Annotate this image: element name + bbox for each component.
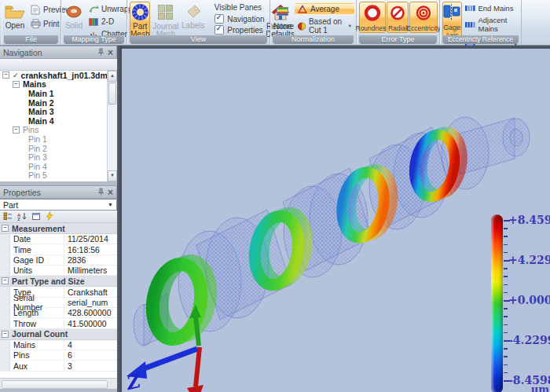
part-mesh-button[interactable]: Part Mesh: [130, 2, 150, 39]
minor-tick: [504, 348, 508, 350]
roundness-button[interactable]: Roundness: [359, 2, 386, 33]
minor-tick: [504, 268, 508, 269]
property-row[interactable]: UnitsMillimeters: [0, 266, 117, 276]
property-row[interactable]: Length428.600000: [0, 308, 117, 318]
eccentricity-button[interactable]: Eccentricity: [409, 2, 438, 33]
group-label-mapping-type: Mapping Type: [64, 35, 124, 44]
pin-icon[interactable]: [97, 188, 104, 197]
radial-icon: [389, 4, 406, 24]
end-mains-button[interactable]: End Mains: [464, 3, 520, 13]
expander-icon[interactable]: [13, 126, 20, 134]
lightning-icon[interactable]: [46, 210, 53, 224]
visible-panes-block: Visible Panes Navigation Properties: [211, 2, 264, 35]
property-row[interactable]: Gage ID2836: [0, 255, 117, 266]
color-scale-bar: [491, 214, 503, 392]
property-row[interactable]: Pins6: [0, 350, 117, 361]
scroll-thumb[interactable]: [2, 380, 108, 389]
adjacent-mains-button[interactable]: Adjacent Mains: [464, 15, 520, 34]
properties-checkbox-row[interactable]: Properties: [211, 24, 264, 35]
property-row[interactable]: Serial Numberserial_num: [0, 298, 117, 308]
tree-item-pin-2[interactable]: Pin 2: [0, 144, 117, 153]
based-on-cut-button[interactable]: Based on Cut 1: [295, 16, 354, 36]
row-gutter: [0, 308, 10, 317]
application-window: Open Preview Print File: [0, 0, 550, 392]
property-row[interactable]: Time16:18:56: [0, 244, 117, 255]
close-icon[interactable]: ×: [108, 189, 113, 196]
expander-icon[interactable]: [13, 81, 20, 88]
property-category[interactable]: Measurement: [0, 223, 117, 234]
scroll-up-icon[interactable]: ▲: [108, 71, 117, 82]
properties-panel-header[interactable]: Properties ×: [0, 185, 117, 199]
tree-item-pin-3[interactable]: Pin 3: [0, 152, 117, 162]
ribbon: Open Preview Print File: [0, 0, 550, 46]
gage-axis-button[interactable]: Gage Axis: [442, 2, 462, 40]
tree-item-root[interactable]: ✓ crankshaft1_jn01.3dm: [0, 71, 117, 80]
tree-item-pin-5[interactable]: Pin 5: [0, 171, 117, 181]
group-label-file: File: [4, 35, 58, 44]
tree-item-pin-4[interactable]: Pin 4: [0, 162, 117, 171]
group-label-eccentricity-reference: Eccentricty Reference: [442, 35, 519, 44]
based-on-cut-icon: [297, 22, 306, 31]
expander-icon[interactable]: [2, 71, 9, 79]
navigation-checkbox-row[interactable]: Navigation: [211, 13, 264, 24]
property-row[interactable]: Throw41.500000: [0, 318, 117, 328]
minor-tick: [504, 252, 508, 254]
close-icon[interactable]: ×: [108, 49, 113, 57]
navigation-checkbox[interactable]: [214, 14, 224, 24]
svg-text:Z: Z: [17, 217, 20, 221]
tree-scrollbar[interactable]: ▲ ▼: [107, 71, 117, 181]
property-category[interactable]: Part Type and Size: [0, 276, 117, 287]
labels-tag-icon: [185, 4, 202, 21]
tree-item-main-2[interactable]: Main 2: [0, 98, 117, 108]
row-gutter: [0, 350, 10, 360]
minor-tick: [504, 284, 508, 286]
expander-icon[interactable]: [2, 225, 9, 232]
scroll-down-icon[interactable]: ▼: [108, 170, 117, 181]
solid-button[interactable]: Solid: [64, 2, 84, 31]
expander-icon[interactable]: [2, 277, 9, 284]
property-pages-icon[interactable]: [31, 210, 41, 224]
minor-tick: [504, 332, 508, 334]
property-category[interactable]: Journal Count: [0, 329, 117, 340]
y-axis-arrow: [196, 316, 199, 346]
properties-checkbox[interactable]: [214, 25, 224, 35]
open-folder-icon: [5, 4, 25, 21]
property-row[interactable]: Date11/25/2014: [0, 234, 117, 244]
expander-icon[interactable]: [2, 331, 9, 338]
tree-item-main-4[interactable]: Main 4: [0, 116, 117, 126]
row-gutter: [0, 340, 10, 350]
pin-icon[interactable]: [97, 48, 104, 57]
journal-mesh-button[interactable]: Journal Mesh: [152, 2, 179, 39]
labels-button[interactable]: Labels: [181, 2, 205, 31]
ribbon-group-normalization: None Average Based on Cut 1 Normalizatio…: [270, 0, 357, 45]
property-row[interactable]: Aux3: [0, 361, 117, 371]
tree-item-main-1[interactable]: Main 1: [0, 89, 117, 98]
property-value: 4: [64, 340, 117, 350]
minor-tick: [504, 244, 508, 246]
property-label: Date: [10, 234, 64, 244]
minor-tick: [504, 316, 508, 317]
property-label: Throw: [10, 319, 64, 328]
navigation-toolbar-strip: [0, 59, 117, 71]
tree-item-pins[interactable]: Pins: [0, 126, 117, 135]
model-viewport[interactable]: Z +8.4598+4.2299+0.0000-4.2299-8.4598 µm: [122, 46, 550, 392]
tree-item-mains[interactable]: Mains: [0, 80, 117, 90]
radial-button[interactable]: Radial: [387, 2, 409, 33]
property-label: Time: [10, 245, 64, 255]
tree-item-pin-1[interactable]: Pin 1: [0, 134, 117, 144]
group-label-error-type: Error Type: [359, 35, 437, 44]
scroll-thumb[interactable]: [108, 82, 116, 104]
row-gutter: [0, 318, 10, 328]
property-label: Pins: [10, 350, 64, 360]
average-button[interactable]: Average: [295, 3, 354, 15]
categorized-icon[interactable]: [3, 210, 13, 224]
open-label: Open: [6, 22, 24, 30]
tree-item-main-3[interactable]: Main 3: [0, 107, 117, 116]
property-row[interactable]: Mains4: [0, 340, 117, 350]
sort-alphabetical-icon[interactable]: AZ: [17, 210, 27, 224]
part-mesh-icon: [131, 4, 149, 22]
properties-hscrollbar[interactable]: [0, 378, 117, 389]
none-button[interactable]: None: [273, 2, 293, 31]
navigation-panel-header[interactable]: Navigation ×: [0, 46, 117, 59]
open-button[interactable]: Open: [4, 2, 26, 31]
